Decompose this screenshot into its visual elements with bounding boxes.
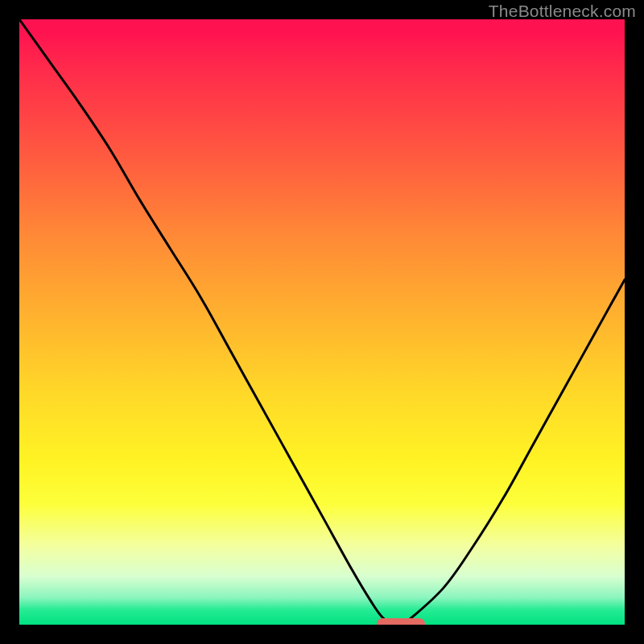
plot-area (19, 19, 625, 625)
curve-layer (19, 19, 625, 625)
optimal-marker (377, 618, 425, 625)
chart-frame: TheBottleneck.com (0, 0, 644, 644)
bottleneck-curve (19, 19, 625, 625)
watermark-text: TheBottleneck.com (489, 2, 636, 21)
